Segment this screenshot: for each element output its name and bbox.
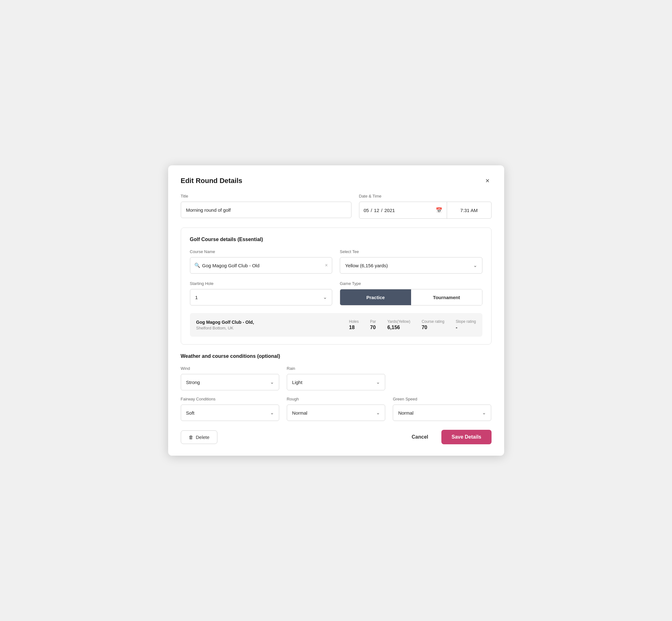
starting-hole-label: Starting Hole bbox=[190, 281, 333, 286]
date-sep1: / bbox=[371, 208, 372, 213]
rain-label: Rain bbox=[287, 366, 385, 371]
hole-gametype-row: Starting Hole 1234 5678 910 ⌄ Game Type … bbox=[190, 281, 482, 305]
top-fields: Title Date & Time 05 / 12 / 2021 📅 7:31 … bbox=[181, 194, 492, 219]
date-time-field-group: Date & Time 05 / 12 / 2021 📅 7:31 AM bbox=[359, 194, 492, 219]
game-type-toggle: Practice Tournament bbox=[340, 289, 482, 305]
starting-hole-group: Starting Hole 1234 5678 910 ⌄ bbox=[190, 281, 333, 305]
tournament-toggle-button[interactable]: Tournament bbox=[411, 289, 482, 305]
yards-stat: Yards(Yellow) 6,156 bbox=[387, 319, 411, 330]
clear-course-icon[interactable]: × bbox=[325, 262, 328, 268]
save-button[interactable]: Save Details bbox=[442, 430, 491, 444]
wind-select-wrap: NoneLightModerateStrongVery Strong ⌄ bbox=[181, 374, 279, 390]
modal-footer: 🗑 Delete Cancel Save Details bbox=[181, 430, 492, 444]
title-input[interactable] bbox=[181, 202, 351, 218]
course-name-input-wrap: 🔍 × bbox=[190, 257, 333, 274]
course-name-location: Gog Magog Golf Club - Old, Shelford Bott… bbox=[196, 320, 349, 330]
select-tee-label: Select Tee bbox=[340, 249, 482, 254]
course-rating-stat: Course rating 70 bbox=[421, 319, 444, 330]
time-part[interactable]: 7:31 AM bbox=[447, 202, 491, 218]
rough-group: Rough DryNormalSoftWet ⌄ bbox=[287, 397, 385, 421]
title-label: Title bbox=[181, 194, 351, 199]
yards-value: 6,156 bbox=[387, 325, 400, 330]
date-year: 2021 bbox=[384, 208, 395, 213]
course-display-location: Shelford Bottom, UK bbox=[196, 326, 349, 330]
holes-value: 18 bbox=[349, 325, 354, 330]
golf-section-title: Golf Course details (Essential) bbox=[190, 237, 482, 242]
cancel-button[interactable]: Cancel bbox=[406, 430, 434, 444]
course-stats: Holes 18 Par 70 Yards(Yellow) 6,156 Cour… bbox=[349, 319, 476, 330]
rough-label: Rough bbox=[287, 397, 385, 401]
par-stat: Par 70 bbox=[370, 319, 376, 330]
wind-rain-row: Wind NoneLightModerateStrongVery Strong … bbox=[181, 366, 492, 390]
green-speed-label: Green Speed bbox=[393, 397, 491, 401]
date-time-row: 05 / 12 / 2021 📅 7:31 AM bbox=[359, 202, 492, 219]
select-tee-wrap: Yellow (6,156 yards) White Red Blue ⌄ bbox=[340, 257, 482, 274]
date-time-label: Date & Time bbox=[359, 194, 492, 199]
par-value: 70 bbox=[370, 325, 376, 330]
game-type-label: Game Type bbox=[340, 281, 482, 286]
holes-label: Holes bbox=[349, 319, 359, 324]
fairway-select-wrap: DrySoftNormalWet ⌄ bbox=[181, 405, 279, 421]
course-rating-value: 70 bbox=[421, 325, 427, 330]
course-name-group: Course Name 🔍 × bbox=[190, 249, 333, 274]
calendar-icon: 📅 bbox=[436, 207, 442, 214]
rain-group: Rain NoneLightModerateHeavy ⌄ bbox=[287, 366, 385, 390]
fairway-rough-green-row: Fairway Conditions DrySoftNormalWet ⌄ Ro… bbox=[181, 397, 492, 421]
time-value: 7:31 AM bbox=[460, 208, 478, 213]
course-tee-row: Course Name 🔍 × Select Tee Yellow (6,156… bbox=[190, 249, 482, 274]
course-rating-label: Course rating bbox=[421, 319, 444, 324]
fairway-group: Fairway Conditions DrySoftNormalWet ⌄ bbox=[181, 397, 279, 421]
rain-select-wrap: NoneLightModerateHeavy ⌄ bbox=[287, 374, 385, 390]
date-day: 12 bbox=[374, 208, 379, 213]
rough-select-wrap: DryNormalSoftWet ⌄ bbox=[287, 405, 385, 421]
title-field-group: Title bbox=[181, 194, 351, 219]
course-display-name: Gog Magog Golf Club - Old, bbox=[196, 320, 349, 325]
course-info-card: Gog Magog Golf Club - Old, Shelford Bott… bbox=[190, 313, 482, 337]
course-name-label: Course Name bbox=[190, 249, 333, 254]
green-speed-dropdown[interactable]: SlowNormalFastVery Fast bbox=[393, 405, 491, 421]
edit-round-modal: Edit Round Details × Title Date & Time 0… bbox=[168, 165, 504, 456]
holes-stat: Holes 18 bbox=[349, 319, 359, 330]
trash-icon: 🗑 bbox=[189, 434, 194, 440]
delete-label: Delete bbox=[196, 434, 209, 440]
delete-button[interactable]: 🗑 Delete bbox=[181, 430, 217, 444]
par-label: Par bbox=[370, 319, 376, 324]
date-sep2: / bbox=[381, 208, 382, 213]
fairway-label: Fairway Conditions bbox=[181, 397, 279, 401]
slope-rating-value: - bbox=[456, 325, 457, 330]
search-icon: 🔍 bbox=[194, 262, 200, 268]
weather-section-title: Weather and course conditions (optional) bbox=[181, 354, 492, 359]
course-name-input[interactable] bbox=[190, 257, 333, 274]
slope-rating-stat: Slope rating - bbox=[456, 319, 476, 330]
wind-dropdown[interactable]: NoneLightModerateStrongVery Strong bbox=[181, 374, 279, 390]
slope-rating-label: Slope rating bbox=[456, 319, 476, 324]
modal-header: Edit Round Details × bbox=[181, 177, 492, 185]
golf-course-section: Golf Course details (Essential) Course N… bbox=[181, 227, 492, 344]
game-type-group: Game Type Practice Tournament bbox=[340, 281, 482, 305]
footer-right: Cancel Save Details bbox=[406, 430, 492, 444]
rough-dropdown[interactable]: DryNormalSoftWet bbox=[287, 405, 385, 421]
rain-dropdown[interactable]: NoneLightModerateHeavy bbox=[287, 374, 385, 390]
green-speed-group: Green Speed SlowNormalFastVery Fast ⌄ bbox=[393, 397, 491, 421]
weather-section: Weather and course conditions (optional)… bbox=[181, 354, 492, 421]
fairway-dropdown[interactable]: DrySoftNormalWet bbox=[181, 405, 279, 421]
wind-group: Wind NoneLightModerateStrongVery Strong … bbox=[181, 366, 279, 390]
yards-label: Yards(Yellow) bbox=[387, 319, 411, 324]
modal-title: Edit Round Details bbox=[181, 177, 243, 185]
starting-hole-dropdown[interactable]: 1234 5678 910 bbox=[190, 289, 333, 305]
wind-label: Wind bbox=[181, 366, 279, 371]
starting-hole-wrap: 1234 5678 910 ⌄ bbox=[190, 289, 333, 305]
practice-toggle-button[interactable]: Practice bbox=[340, 289, 411, 305]
date-month: 05 bbox=[364, 208, 369, 213]
green-speed-select-wrap: SlowNormalFastVery Fast ⌄ bbox=[393, 405, 491, 421]
date-part[interactable]: 05 / 12 / 2021 📅 bbox=[359, 202, 447, 218]
close-button[interactable]: × bbox=[484, 177, 492, 185]
select-tee-group: Select Tee Yellow (6,156 yards) White Re… bbox=[340, 249, 482, 274]
select-tee-dropdown[interactable]: Yellow (6,156 yards) White Red Blue bbox=[340, 257, 482, 274]
